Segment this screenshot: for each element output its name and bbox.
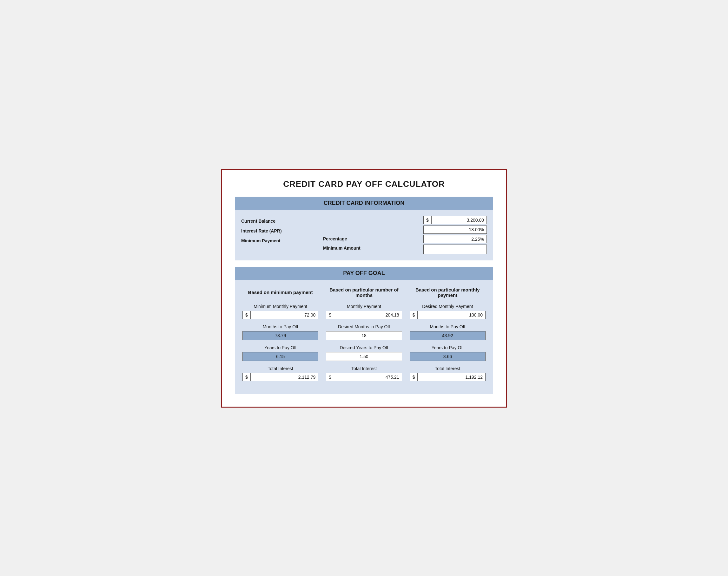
current-balance-label: Current Balance [241,217,323,225]
info-labels-column: Current Balance Interest Rate (APR) Mini… [241,216,323,245]
payoff-col1-field3-label: Total Interest [268,366,293,371]
col1-months-result: 73.79 [243,331,318,340]
col3-total-interest-value: 1,192.12 [418,373,485,381]
col2-months-result[interactable]: 18 [326,331,402,340]
col2-total-interest-field: $ 475.21 [326,373,402,381]
col1-total-interest-field: $ 2,112.79 [243,373,318,381]
col3-monthly-payment-field[interactable]: $ 100.00 [410,311,485,319]
payoff-col1-field2-label: Years to Pay Off [264,345,297,350]
interest-rate-label: Interest Rate (APR) [241,227,323,235]
col3-monthly-payment-value: 100.00 [418,311,485,319]
info-section-body: Current Balance Interest Rate (APR) Mini… [235,210,493,260]
min-payment-pct-field[interactable]: 2.25% [423,235,487,243]
payoff-section-body: Based on minimum payment Minimum Monthly… [235,280,493,394]
payoff-col2-field3-label: Total Interest [351,366,377,371]
payoff-col1-field0-label: Minimum Monthly Payment [254,304,307,309]
info-grid: Current Balance Interest Rate (APR) Mini… [241,216,487,254]
info-middle-column: Percentage Minimum Amount [323,216,405,252]
payoff-col3-title: Based on particular monthly payment [410,285,485,300]
col2-total-interest-value: 475.21 [334,373,402,381]
payoff-column-minimum: Based on minimum payment Minimum Monthly… [239,285,322,386]
interest-rate-field[interactable]: 18.00% [423,226,487,234]
col2-monthly-payment-field[interactable]: $ 204.18 [326,311,402,319]
payoff-column-monthly: Based on particular monthly payment Desi… [406,285,489,386]
payoff-grid: Based on minimum payment Minimum Monthly… [235,280,493,394]
col1-monthly-payment-field[interactable]: $ 72.00 [243,311,318,319]
payoff-col3-field0-label: Desired Monthly Payment [422,304,473,309]
col3-total-interest-field: $ 1,192.12 [410,373,485,381]
info-section-header: CREDIT CARD INFORMATION [235,197,493,210]
payoff-col3-field3-label: Total Interest [435,366,460,371]
currency-symbol-balance: $ [424,216,431,224]
col1-years-result: 6.15 [243,352,318,361]
main-title: CREDIT CARD PAY OFF CALCULATOR [235,179,493,189]
col2-years-result: 1.50 [326,352,402,361]
minimum-payment-label: Minimum Payment [241,237,323,245]
payoff-col2-field2-label: Desired Years to Pay Off [340,345,388,350]
col1-currency-symbol: $ [243,311,251,319]
payoff-col2-field1-label: Desired Months to Pay Off [338,324,390,329]
payoff-col1-field1-label: Months to Pay Off [263,324,298,329]
col1-monthly-payment-value: 72.00 [251,311,318,319]
current-balance-value: 3,200.00 [431,216,486,224]
col1-total-currency: $ [243,373,251,381]
col3-years-result: 3.66 [410,352,485,361]
percentage-label: Percentage [323,235,405,243]
payoff-column-months: Based on particular number of months Mon… [322,285,405,386]
calculator-container: CREDIT CARD PAY OFF CALCULATOR CREDIT CA… [221,169,507,408]
payoff-col3-field2-label: Years to Pay Off [431,345,464,350]
col2-total-currency: $ [326,373,334,381]
payoff-col1-title: Based on minimum payment [248,285,313,300]
col3-total-currency: $ [410,373,418,381]
col3-months-result: 43.92 [410,331,485,340]
col3-currency-symbol: $ [410,311,418,319]
col2-monthly-payment-value: 204.18 [334,311,402,319]
minimum-amount-label: Minimum Amount [323,244,405,252]
info-values-column: $ 3,200.00 18.00% 2.25% [405,216,487,254]
payoff-col2-title: Based on particular number of months [326,285,402,300]
payoff-col3-field1-label: Months to Pay Off [430,324,465,329]
payoff-col2-field0-label: Monthly Payment [347,304,381,309]
col1-total-interest-value: 2,112.79 [251,373,318,381]
current-balance-field[interactable]: $ 3,200.00 [423,216,487,224]
payoff-section-header: PAY OFF GOAL [235,267,493,280]
min-payment-amount-field[interactable] [423,244,487,254]
col2-currency-symbol: $ [326,311,334,319]
